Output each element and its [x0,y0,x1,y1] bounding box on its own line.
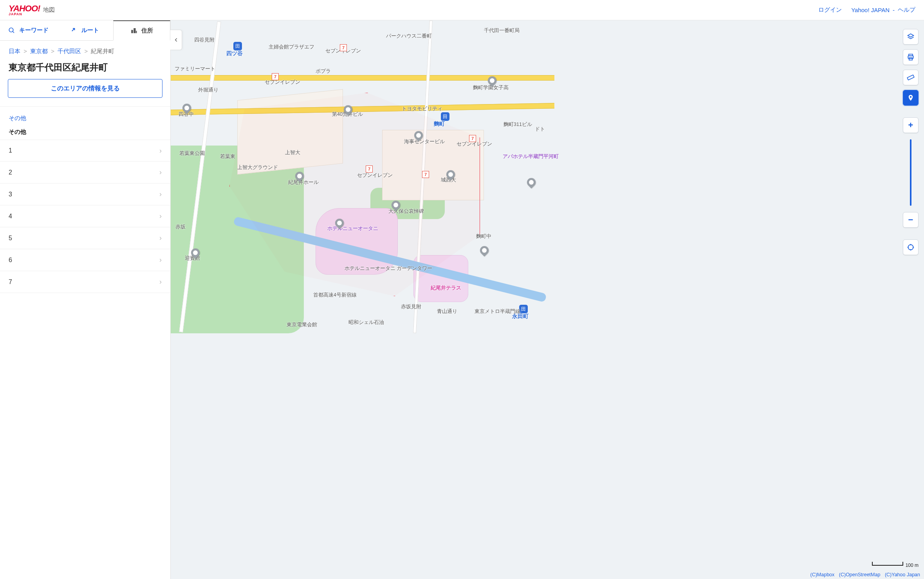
address-row[interactable]: 2› [0,162,170,183]
map-road-main [171,75,554,81]
poi-marker[interactable] [527,177,536,188]
crumb-current: 紀尾井町 [91,48,114,54]
login-link[interactable]: ログイン [818,6,842,14]
pin-gray-icon [293,170,305,182]
chevron-right-icon: › [159,212,162,220]
map-label: 赤坂 [175,224,186,230]
convenience-store-marker[interactable] [468,133,477,144]
map-label: 東京電業会館 [287,322,317,328]
layers-button[interactable] [903,29,919,45]
poi-marker[interactable] [488,75,496,86]
tab-keyword-label: キーワード [19,27,49,34]
crumb-link[interactable]: 千代田区 [58,48,81,54]
convenience-store-marker[interactable] [271,71,280,82]
pin-gray-icon [412,129,424,141]
map-label: 麴町311ビル [504,121,532,128]
crumb-sep: > [84,48,88,54]
seven-eleven-icon [422,171,429,178]
pin-gray-icon [525,176,537,188]
map-label: 外堀通り [198,87,218,94]
measure-button[interactable] [903,70,919,85]
main: キーワード ルート 住所 日本 > 東京都 > 千代田区 > 紀尾井町 東京都千… [0,20,924,579]
zoom-in-button[interactable]: + [903,117,919,133]
convenience-store-marker[interactable] [339,42,348,53]
map-label: 首都高速4号新宿線 [313,292,357,298]
zoom-slider[interactable] [910,139,911,206]
map-label: 青山通り [437,308,457,315]
pin-gray-icon [342,103,354,115]
address-row[interactable]: 3› [0,183,170,205]
header-dash: - [893,7,895,13]
breadcrumb: 日本 > 東京都 > 千代田区 > 紀尾井町 [0,41,170,58]
map-label: 赤坂見附 [401,304,421,310]
poi-marker[interactable] [446,169,455,180]
crumb-link[interactable]: 東京都 [30,48,48,54]
side-panel: キーワード ルート 住所 日本 > 東京都 > 千代田区 > 紀尾井町 東京都千… [0,20,171,579]
attr-item[interactable]: (C)OpenStreetMap [839,572,881,577]
yahoo-japan-link[interactable]: Yahoo! JAPAN [851,7,890,13]
scale-bar: 100 m [872,563,919,568]
tab-address[interactable]: 住所 [113,20,170,41]
pin-gray-icon [333,217,345,229]
area-info-button[interactable]: このエリアの情報を見る [8,79,162,98]
route-arrow-icon [70,27,78,34]
panel-collapse-button[interactable] [170,30,182,50]
address-row[interactable]: 1› [0,140,170,162]
convenience-store-marker[interactable] [421,169,430,180]
map-label: 海事センタービル [404,138,445,145]
ruler-icon [907,74,915,81]
attr-item[interactable]: (C)Yahoo Japan [885,572,920,577]
locate-button[interactable] [903,239,919,255]
layers-icon [907,33,915,41]
convenience-store-marker[interactable] [365,164,374,174]
address-row[interactable]: 7› [0,271,170,293]
map-label: トヨタモビリティ [402,106,442,112]
poi-marker[interactable] [335,218,344,228]
help-link[interactable]: ヘルプ [898,6,915,14]
address-row-label: 5 [9,235,12,242]
svg-marker-5 [908,34,914,37]
address-row[interactable]: 5› [0,227,170,249]
plus-icon: + [908,120,913,130]
address-row-label: 7 [9,279,12,286]
logo[interactable]: YAHOO! JAPAN 地図 [9,4,55,16]
map-label: 若葉東 [220,153,235,160]
map-area[interactable]: 田四ツ谷田麴町田永田町四谷見附主婦会館プラザエフパークハウス二番町千代田一番町局… [171,20,924,579]
header: YAHOO! JAPAN 地図 ログイン Yahoo! JAPAN - ヘルプ [0,0,924,20]
print-icon [907,53,915,61]
search-icon [8,27,15,34]
poi-marker[interactable] [480,245,489,256]
chevron-left-icon [173,37,179,43]
print-button[interactable] [903,49,919,65]
crumb-link[interactable]: 日本 [9,48,20,54]
pin-gray-icon [478,244,490,256]
poi-marker[interactable] [191,247,200,258]
poi-marker[interactable] [392,200,400,210]
section-anchor-link[interactable]: その他 [9,115,26,121]
tab-route[interactable]: ルート [56,20,113,40]
tab-keyword[interactable]: キーワード [0,20,56,40]
crumb-sep: > [23,48,27,54]
poi-marker[interactable] [182,102,191,113]
map-label: ドト [535,126,545,133]
minus-icon: − [908,215,913,225]
map-label: 主婦会館プラザエフ [269,44,314,50]
train-icon: 田 [441,112,449,121]
map-label: 麴町中 [476,233,491,240]
pin-gray-icon [444,168,457,180]
poi-marker[interactable] [344,104,352,115]
poi-marker[interactable] [414,130,423,141]
zoom-out-button[interactable]: − [903,212,919,228]
pin-mode-button[interactable] [903,90,919,106]
attr-item[interactable]: (C)Mapbox [810,572,834,577]
map-label: パークハウス二番町 [386,33,432,40]
poi-marker[interactable] [295,171,304,182]
map-label: 上智大 [285,149,300,156]
svg-rect-2 [131,30,133,33]
address-row[interactable]: 6› [0,249,170,271]
mode-tabs: キーワード ルート 住所 [0,20,170,41]
svg-rect-9 [907,75,914,80]
address-row[interactable]: 4› [0,205,170,227]
chevron-right-icon: › [159,256,162,264]
map-canvas[interactable]: 田四ツ谷田麴町田永田町四谷見附主婦会館プラザエフパークハウス二番町千代田一番町局… [171,20,924,579]
